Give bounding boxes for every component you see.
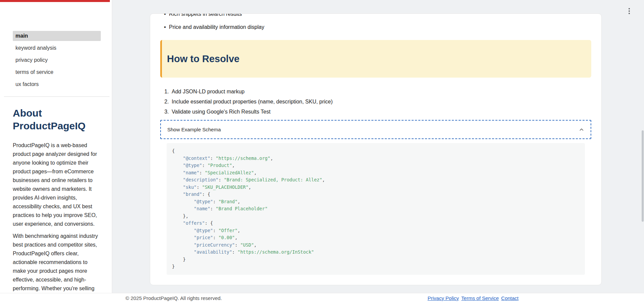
sidebar-divider [4,96,110,97]
about-paragraph-2: With benchmarking against industry best … [13,232,101,293]
footer-link-contact[interactable]: Contact [501,295,519,301]
partial-list-item: • Rich snippets in search results [160,14,591,18]
code-line: "sku": "SKU_PLACEHOLDER", [172,184,579,191]
sidebar-item-main[interactable]: main [13,31,101,41]
top-accent-bar [0,0,110,2]
sidebar-item-privacy-policy[interactable]: privacy policy [13,55,101,65]
resolve-callout-title: How to Resolve [167,53,240,64]
partial-bullet-label: Rich snippets in search results [169,14,242,18]
code-line: "brand": { [172,191,579,198]
code-line: "offers": { [172,220,579,227]
kebab-dot [629,8,630,9]
resolve-step: Include essential product properties (na… [170,98,591,106]
bullet-dot-icon: • [164,14,166,18]
footer: © 2025 ProductPageIQ. All rights reserve… [0,293,644,303]
content-card: • Rich snippets in search results • Pric… [150,13,602,285]
app-root: mainkeyword analysisprivacy policyterms … [0,0,644,303]
sidebar-item-keyword-analysis[interactable]: keyword analysis [13,43,101,53]
main-content: • Rich snippets in search results • Pric… [112,0,644,293]
code-line: "@context": "https://schema.org", [172,155,579,162]
bullet-list-item: • Price and availability information dis… [160,23,591,31]
footer-link-privacy-policy[interactable]: Privacy Policy [428,295,459,301]
code-line: } [172,263,579,270]
bullet-label: Price and availability information displ… [169,23,264,31]
resolve-callout: How to Resolve [160,40,591,78]
resolve-step: Add JSON-LD product markup [170,88,591,96]
code-line: } [172,256,579,263]
code-line: }, [172,213,579,220]
content-row: mainkeyword analysisprivacy policyterms … [0,0,644,293]
footer-links: Privacy PolicyTerms of ServiceContact [428,295,519,301]
sidebar: mainkeyword analysisprivacy policyterms … [0,0,112,293]
kebab-dot [629,13,630,14]
footer-inner: © 2025 ProductPageIQ. All rights reserve… [126,295,519,301]
footer-link-terms-of-service[interactable]: Terms of Service [461,295,499,301]
about-paragraph-1: ProductPageIQ is a web-based product pag… [13,141,101,228]
resolve-step: Validate using Google's Rich Results Tes… [170,108,591,116]
resolve-steps: Add JSON-LD product markupInclude essent… [160,88,591,116]
footer-copyright: © 2025 ProductPageIQ. All rights reserve… [126,295,222,301]
code-line: "availability": "https://schema.org/InSt… [172,249,579,256]
schema-toggle[interactable]: Show Example Schema [160,120,591,139]
code-line: "priceCurrency": "USD", [172,242,579,249]
bullet-dot-icon: • [164,23,166,31]
code-line: "description": "Brand: Specialized, Prod… [172,176,579,184]
sidebar-item-ux-factors[interactable]: ux factors [13,79,101,89]
code-line: "name": "SpecializedAllez", [172,169,579,177]
code-line: "@type": "Brand", [172,198,579,206]
code-line: "@type": "Offer", [172,227,579,234]
about-heading: About ProductPageIQ [13,107,93,132]
code-line: { [172,147,579,155]
scrollbar-thumb[interactable] [642,130,644,222]
code-line: "price": "0.00", [172,234,579,242]
chevron-up-icon [579,127,584,132]
sidebar-item-terms-of-service[interactable]: terms of service [13,67,101,77]
kebab-dot [629,10,630,12]
schema-toggle-label: Show Example Schema [167,127,221,132]
code-line: "@type": "Product", [172,162,579,169]
kebab-menu-button[interactable] [627,7,631,15]
code-block: { "@context": "https://schema.org", "@ty… [167,143,585,275]
sidebar-nav: mainkeyword analysisprivacy policyterms … [13,31,101,89]
code-line: "name": "Brand Placeholder" [172,205,579,213]
